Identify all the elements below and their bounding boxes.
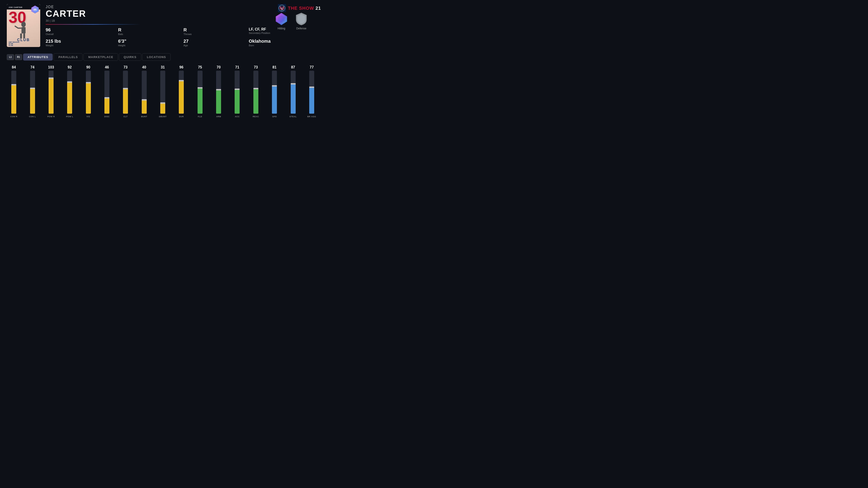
attr-col-steal: 87 STEAL (284, 65, 302, 118)
stats-grid: 96 Overall R Bats R Throws LF, CF, RF Se… (46, 27, 319, 47)
throws-stat: R Throws (184, 27, 240, 35)
attr-name-8: DBUNT (159, 116, 166, 118)
svg-text:96: 96 (33, 8, 37, 11)
attr-col-pow-r: 103 POW R (42, 65, 60, 118)
attr-name-13: REAC (253, 116, 259, 118)
hitting-badge: Hitting (275, 12, 288, 30)
attr-name-14: SPD (272, 116, 277, 118)
svg-rect-9 (23, 33, 25, 38)
attr-value-12: 71 (235, 65, 239, 69)
attr-value-4: 90 (86, 65, 90, 69)
player-card: JOE CARTER 96 30 (7, 4, 40, 47)
attr-bar-4 (86, 71, 91, 113)
mlb-logo-icon (278, 4, 286, 12)
attr-name-5: DISC (104, 116, 110, 118)
attr-value-8: 31 (161, 65, 165, 69)
attr-value-15: 87 (291, 65, 295, 69)
defense-label: Defense (296, 27, 307, 30)
attr-name-3: POW L (66, 116, 73, 118)
attr-col-con-r: 84 CON R (4, 65, 23, 118)
svg-rect-5 (22, 27, 26, 33)
attr-value-0: 84 (12, 65, 16, 69)
attr-name-6: CLT (123, 116, 127, 118)
attr-value-11: 70 (217, 65, 221, 69)
attr-bar-16 (309, 71, 314, 113)
born-stat: Oklahoma Born (249, 39, 319, 47)
diamond-hitting-icon (275, 12, 288, 26)
player-header: JOE CARTER 96 30 (0, 0, 326, 51)
rating-diamond-icon: 96 (31, 5, 39, 13)
svg-line-7 (15, 26, 18, 28)
card-hr: 32 HR (8, 43, 19, 44)
attributes-section: 84 CON R 74 CON L 103 POW R 92 POW L 90 (0, 63, 326, 118)
player-badges: Hitting Defense (275, 12, 307, 30)
attr-col-spd: 81 SPD (265, 65, 284, 118)
attr-bar-0 (11, 71, 16, 113)
attr-col-arm: 70 ARM (209, 65, 228, 118)
attr-name-0: CON R (10, 116, 18, 118)
attr-name-9: DUR (179, 116, 184, 118)
card-sb: 31 SB (8, 44, 19, 46)
height-stat: 6'3" Height (118, 39, 175, 47)
attr-col-dur: 96 DUR (172, 65, 191, 118)
show-logo-text: THE SHOW 21 (288, 6, 321, 11)
attr-col-clt: 73 CLT (116, 65, 135, 118)
attr-bar-14 (272, 71, 277, 113)
attr-name-4: VIS (87, 116, 90, 118)
attr-value-3: 92 (68, 65, 72, 69)
attr-bar-9 (179, 71, 184, 113)
bats-stat: R Bats (118, 27, 175, 35)
attr-col-pow-l: 92 POW L (60, 65, 79, 118)
tab-locations[interactable]: LOCATIONS (142, 53, 171, 61)
tabs-section: L1 R1 ATTRIBUTES PARALLELS MARKETPLACE Q… (0, 51, 326, 63)
attr-bar-2 (49, 71, 54, 113)
player-card-container: JOE CARTER 96 30 (7, 4, 40, 47)
overall-stat: 96 Overall (46, 27, 109, 35)
attr-value-7: 40 (142, 65, 146, 69)
shield-defense-icon (295, 12, 307, 26)
attr-value-14: 81 (272, 65, 276, 69)
svg-point-4 (21, 22, 26, 27)
attr-bar-6 (123, 71, 128, 113)
attr-value-6: 73 (123, 65, 127, 69)
attr-col-br-agg: 77 BR AGG (303, 65, 321, 118)
attr-col-fld: 75 FLD (191, 65, 209, 118)
weight-stat: 215 lbs Weight (46, 39, 109, 47)
attr-name-12: ACC (235, 116, 240, 118)
card-season: 1987 SEASON (8, 41, 19, 43)
attr-bar-1 (30, 71, 35, 113)
attr-bar-11 (216, 71, 221, 113)
attr-bar-13 (253, 71, 258, 113)
tab-parallels[interactable]: PARALLELS (54, 53, 83, 61)
attr-bar-7 (142, 71, 147, 113)
attr-col-acc: 71 ACC (228, 65, 246, 118)
svg-rect-8 (20, 33, 22, 38)
tab-nav-r1[interactable]: R1 (15, 54, 22, 60)
attr-bar-12 (235, 71, 240, 113)
tab-attributes[interactable]: ATTRIBUTES (23, 54, 53, 61)
attr-value-16: 77 (310, 65, 314, 69)
attr-value-9: 96 (180, 65, 184, 69)
attr-col-disc: 46 DISC (98, 65, 116, 118)
attr-col-bunt: 40 BUNT (135, 65, 153, 118)
attr-name-2: POW R (47, 116, 55, 118)
attr-value-2: 103 (48, 65, 54, 69)
tab-quirks[interactable]: QUIRKS (119, 53, 141, 61)
attr-value-5: 46 (105, 65, 109, 69)
attr-name-11: ARM (216, 116, 221, 118)
player-silhouette-icon (13, 20, 34, 40)
tab-marketplace[interactable]: MARKETPLACE (84, 53, 118, 61)
attr-name-1: CON L (29, 116, 36, 118)
attr-bar-5 (104, 71, 110, 113)
tab-nav-l1[interactable]: L1 (7, 54, 14, 60)
attr-bar-15 (291, 71, 296, 113)
attr-bar-10 (197, 71, 203, 113)
attr-col-reac: 73 REAC (247, 65, 265, 118)
attr-col-con-l: 74 CON L (23, 65, 41, 118)
hitting-label: Hitting (278, 27, 285, 30)
attr-col-dbunt: 31 DBUNT (153, 65, 172, 118)
age-stat: 27 Age (184, 39, 240, 47)
attr-name-7: BUNT (141, 116, 147, 118)
attr-name-16: BR AGG (307, 116, 316, 118)
attr-value-1: 74 (31, 65, 35, 69)
